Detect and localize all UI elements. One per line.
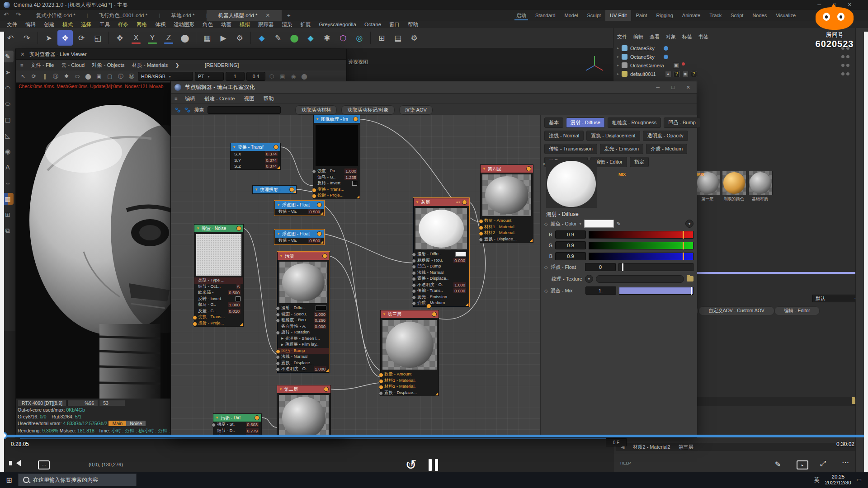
node-editor-button[interactable]: 获取活动材料	[295, 105, 337, 115]
output-dot[interactable]	[526, 166, 531, 171]
input-dot[interactable]	[276, 313, 280, 317]
input-dot[interactable]	[193, 315, 197, 320]
document-tab[interactable]: 复式小洋楼.c4d *|	[24, 10, 87, 21]
footprint-icon[interactable]: 🐾	[175, 107, 181, 113]
menu-item[interactable]: 扩展	[297, 21, 315, 28]
menu-item[interactable]: 创建	[40, 21, 58, 28]
document-tab[interactable]: 草地.c4d *|	[159, 10, 206, 21]
layout-tab[interactable]: Animate	[678, 10, 705, 21]
channel-value[interactable]: 0.9	[555, 241, 586, 249]
hamburger-icon[interactable]: ≡	[20, 62, 24, 68]
node-port-row[interactable]: 数量 - Amount	[381, 371, 439, 378]
input-dot[interactable]	[479, 238, 483, 242]
node-port-row[interactable]: 法线 - Normal	[278, 354, 329, 360]
menu-item[interactable]: 文件	[3, 21, 21, 28]
live-viewer-tool-icon[interactable]: ▣	[94, 72, 104, 81]
node-port-row[interactable]: 投射 - Proje...	[194, 320, 243, 327]
output-dot[interactable]	[426, 304, 431, 309]
channel-tab[interactable]: 介质 - Medium	[646, 144, 687, 154]
node-header[interactable]: ▼污渍	[278, 252, 329, 260]
input-dot[interactable]	[412, 259, 416, 263]
toolbar-icon[interactable]: Z	[161, 30, 176, 46]
node-port-row[interactable]: S.Y0.374	[231, 157, 280, 164]
live-viewer-tool-icon[interactable]: ⟳	[29, 72, 38, 81]
live-viewer-tool-icon[interactable]: ▢	[105, 72, 114, 81]
danmaku-toggle-icon[interactable]: ▸	[797, 460, 808, 469]
node-header[interactable]: ▼污垢 - Dirt	[213, 414, 261, 422]
live-viewer-tool-icon[interactable]: ⬡	[267, 72, 276, 81]
mix-slider[interactable]	[619, 287, 693, 295]
object-row[interactable]: ▸default0011 ▲?▣?	[617, 70, 861, 78]
node-port-row[interactable]: 法线 - Normal	[414, 270, 469, 276]
node-port-row[interactable]: 传输 - Trans..0.000	[414, 288, 469, 294]
ne-close-button[interactable]: ✕	[686, 84, 690, 90]
live-viewer-menu-item[interactable]: 材质 - Materials	[132, 62, 168, 69]
layout-tab[interactable]: Script	[726, 10, 748, 21]
start-button[interactable]: ⊞	[0, 476, 18, 484]
toolbar-icon[interactable]: ✥	[112, 30, 127, 46]
pause-button[interactable]	[429, 459, 438, 471]
menu-item[interactable]: Octane	[360, 22, 385, 27]
menu-item[interactable]: 体积	[151, 21, 170, 28]
input-dot[interactable]	[379, 373, 383, 377]
menu-item[interactable]: 样条	[114, 21, 132, 28]
toolbar-icon[interactable]: ✱	[319, 30, 335, 46]
node-layer-4[interactable]: ▼第四层数量 - Amount材料1 - Material.材料2 - Mate…	[480, 164, 533, 243]
toolbar-icon[interactable]: ⚙	[406, 30, 422, 46]
input-dot[interactable]	[412, 265, 416, 269]
eyedropper-icon[interactable]: ✎	[617, 221, 621, 227]
node-port-row[interactable]: 材料2 - Material.	[381, 384, 439, 390]
object-manager-menu-item[interactable]: 标签	[682, 33, 692, 40]
toolbar-icon[interactable]: ◱	[90, 30, 105, 46]
folder-icon[interactable]	[687, 276, 693, 282]
node-port-row[interactable]: 反转 - Invert	[194, 296, 243, 302]
more-options-icon[interactable]: ⋯	[842, 458, 849, 467]
timeline-end-frame[interactable]: 0 F	[606, 438, 627, 446]
node-port-row[interactable]: 类型 - Type ...	[194, 277, 243, 284]
node-port-row[interactable]: 各向异性 - A.0.000	[278, 324, 329, 330]
live-viewer-tool-icon[interactable]: ⬤	[84, 72, 93, 81]
node-resize-handle[interactable]: ◢	[466, 302, 468, 306]
checkbox[interactable]	[236, 296, 241, 301]
input-dot[interactable]	[379, 385, 383, 389]
toolbar-icon[interactable]: ◆	[303, 30, 318, 46]
output-dot[interactable]	[462, 200, 467, 205]
node-resize-handle[interactable]: ◢	[321, 240, 323, 244]
channel-slider[interactable]	[589, 231, 693, 239]
channel-tab[interactable]: 传输 - Transmission	[544, 144, 597, 154]
input-dot[interactable]	[412, 253, 416, 257]
timeline-ruler[interactable]	[20, 438, 607, 446]
node-port-row[interactable]: 置换 - Displace..	[414, 276, 469, 282]
tab-main[interactable]: Main	[108, 421, 126, 426]
live-viewer-tool-icon[interactable]: Ⓡ	[51, 72, 60, 81]
breadcrumb-layer[interactable]: 第三层	[679, 444, 693, 450]
node-header[interactable]: ▼第二层	[277, 385, 330, 393]
channel-tab[interactable]: 透明度 - Opacity	[643, 131, 688, 141]
menu-item[interactable]: 选择	[77, 21, 95, 28]
toolbar-icon[interactable]: ✥	[57, 30, 73, 46]
menu-item[interactable]: 模式	[58, 21, 77, 28]
live-viewer-tool-icon[interactable]: Ⓕ	[116, 72, 125, 81]
toolbar-icon[interactable]: ⚙	[232, 30, 247, 46]
channel-tab[interactable]: 发光 - Emission	[600, 144, 643, 154]
channel-value[interactable]: 0.9	[555, 230, 586, 239]
layout-tab[interactable]: Rigging	[651, 10, 677, 21]
exposure-field[interactable]: 0.4	[246, 72, 265, 81]
input-dot[interactable]	[193, 322, 197, 326]
node-header[interactable]: ▼第四层	[481, 165, 533, 173]
node-header[interactable]: ▼变换 - Transf	[231, 143, 280, 151]
node-editor-button[interactable]: 获取活动标记/对象	[341, 105, 394, 115]
keyframe-diamond-icon[interactable]: ◇	[544, 221, 548, 226]
live-viewer-tool-icon[interactable]: Ⓜ	[127, 72, 136, 81]
toolbar-icon[interactable]: Y	[145, 30, 160, 46]
toolbar-icon[interactable]: ⬤	[177, 30, 193, 46]
toolbar-icon[interactable]: X	[128, 30, 144, 46]
channel-tab[interactable]: 粗糙度 - Roughness	[608, 117, 661, 128]
toolbar-icon[interactable]: ▤	[390, 30, 406, 46]
texture-dropdown-button[interactable]: ▾	[585, 275, 593, 283]
node-resize-handle[interactable]: ◢	[321, 211, 323, 215]
output-dot[interactable]	[236, 226, 241, 231]
notification-icon[interactable]: ▭	[857, 477, 862, 483]
input-dot[interactable]	[276, 349, 280, 354]
layout-tab[interactable]: Sculpt	[583, 10, 606, 21]
